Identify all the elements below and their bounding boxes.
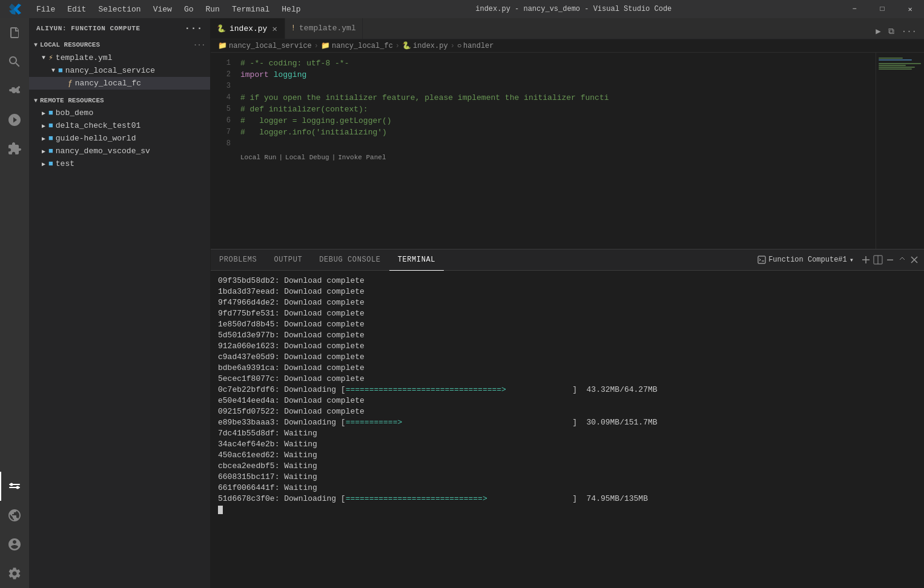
tree-item-test[interactable]: ▶ ■ test: [29, 157, 210, 170]
term-line: e89be33baaa3: Downloading [===========> …: [218, 417, 917, 428]
menu-terminal[interactable]: Terminal: [226, 2, 276, 16]
search-activity-icon[interactable]: [0, 47, 29, 76]
term-line: 1bda3d37eead: Download complete: [218, 286, 917, 297]
code-line-7: 7 # logger.info('initializing'): [211, 127, 924, 138]
menu-bar: File Edit Selection View Go Run Terminal…: [30, 2, 307, 16]
term-line: 5d501d3e977b: Download complete: [218, 330, 917, 341]
menu-help[interactable]: Help: [276, 2, 306, 16]
codelens-bar: Local Run | Local Debug | Invoke Panel: [211, 152, 924, 164]
tree-item-label: nancy_demo_vscode_sv: [56, 147, 150, 156]
local-run-link[interactable]: Local Run: [240, 152, 276, 164]
code-line-3: 3: [211, 81, 924, 92]
tab-index-py[interactable]: 🐍 index.py ✕: [211, 18, 285, 39]
window-title: index.py - nancy_vs_demo - Visual Studio…: [307, 5, 840, 13]
remote-resources-header[interactable]: ▼ REMOTE RESOURCES: [29, 94, 210, 107]
remote-resources-section: ▼ REMOTE RESOURCES ▶ ■ bob_demo ▶ ■ delt…: [29, 94, 210, 170]
code-area[interactable]: 1 # -*- coding: utf-8 -*- 2 import loggi…: [211, 53, 924, 249]
breadcrumb-file[interactable]: 🐍 index.py: [402, 41, 448, 50]
tree-item-nancy-local-fc[interactable]: ƒ nancy_local_fc </> ⚡ ▶: [29, 77, 210, 90]
remote-resources-chevron: ▼: [34, 97, 38, 104]
local-debug-link[interactable]: Local Debug: [285, 152, 329, 164]
cube-icon: ■: [48, 159, 53, 168]
func-icon: ƒ: [68, 79, 73, 88]
local-resources-chevron: ▼: [34, 42, 38, 48]
close-panel-button[interactable]: [909, 255, 919, 265]
terminal-tab[interactable]: TERMINAL: [389, 249, 444, 271]
split-editor-action[interactable]: ⧉: [886, 24, 897, 39]
local-resources-label: LOCAL RESOURCES: [40, 41, 100, 48]
tab-template-yml[interactable]: ! template.yml: [285, 18, 363, 39]
tab-close-button[interactable]: ✕: [271, 22, 278, 35]
term-cursor-line: [218, 504, 917, 515]
breadcrumb-symbol[interactable]: ○ handler: [457, 42, 494, 50]
aliyun-activity-icon[interactable]: [0, 472, 29, 501]
split-terminal-button[interactable]: [873, 255, 883, 265]
tree-chevron: ▶: [39, 148, 48, 155]
vscode-logo: [0, 2, 30, 16]
menu-selection[interactable]: Selection: [92, 2, 147, 16]
code-line-5: 5 # def initializer(context):: [211, 104, 924, 115]
window-controls: − □ ✕: [840, 0, 924, 18]
breadcrumb-function[interactable]: 📁 nancy_local_fc: [321, 41, 393, 50]
terminal-content[interactable]: 09f35bd58db2: Download complete 1bda3d37…: [211, 271, 924, 588]
term-line: cbcea2eedbf5: Waiting: [218, 461, 917, 472]
breadcrumb-service[interactable]: 📁 nancy_local_service: [218, 41, 312, 50]
run-debug-activity-icon[interactable]: [0, 105, 29, 134]
term-line: 34ac4ef64e2b: Waiting: [218, 439, 917, 450]
more-tab-actions[interactable]: ···: [899, 24, 919, 39]
python-file-icon: 🐍: [217, 24, 226, 33]
sidebar-more-button[interactable]: ···: [185, 23, 203, 34]
kill-terminal-button[interactable]: [885, 255, 895, 265]
extensions-activity-icon[interactable]: [0, 134, 29, 164]
term-line: 7dc41b55d8df: Waiting: [218, 428, 917, 439]
maximize-button[interactable]: □: [868, 0, 896, 18]
tree-item-label: test: [56, 159, 74, 168]
invoke-panel-link[interactable]: Invoke Panel: [338, 152, 386, 164]
explorer-activity-icon[interactable]: [0, 18, 29, 47]
remote-activity-icon[interactable]: [0, 501, 29, 530]
remote-resources-label: REMOTE RESOURCES: [40, 97, 104, 104]
menu-view[interactable]: View: [147, 2, 178, 16]
cube-icon: ■: [48, 134, 53, 143]
terminal-dropdown-icon: ▾: [850, 256, 854, 265]
problems-tab[interactable]: PROBLEMS: [211, 249, 265, 271]
source-control-activity-icon[interactable]: [0, 76, 29, 105]
close-button[interactable]: ✕: [896, 0, 924, 18]
menu-run[interactable]: Run: [199, 2, 225, 16]
menu-edit[interactable]: Edit: [61, 2, 92, 16]
accounts-activity-icon[interactable]: [0, 530, 29, 559]
add-terminal-button[interactable]: [861, 255, 871, 265]
local-resources-more[interactable]: ···: [193, 41, 205, 48]
run-tab-action[interactable]: ▶: [873, 24, 883, 39]
debug-console-tab[interactable]: DEBUG CONSOLE: [311, 249, 389, 271]
menu-go[interactable]: Go: [178, 2, 200, 16]
tree-item-label: delta_check_test01: [56, 121, 140, 130]
tree-chevron: ▼: [48, 67, 58, 74]
tree-item-nancy-local-service[interactable]: ▼ ■ nancy_local_service: [29, 64, 210, 77]
tree-item-guide-hello[interactable]: ▶ ■ guide-hello_world: [29, 132, 210, 145]
term-line: 0c7eb22bfdf6: Downloading [=============…: [218, 385, 917, 395]
panel-tabs: PROBLEMS OUTPUT DEBUG CONSOLE TERMINAL F…: [211, 249, 924, 271]
terminal-name[interactable]: Function Compute#1 ▾: [753, 256, 859, 265]
tab-bar-actions: ▶ ⧉ ···: [868, 24, 924, 39]
maximize-panel-button[interactable]: [897, 255, 907, 265]
tree-item-delta-check[interactable]: ▶ ■ delta_check_test01: [29, 119, 210, 132]
main-layout: ALIYUN: FUNCTION COMPUTE ··· ▼ LOCAL RES…: [0, 18, 924, 588]
tree-item-nancy-demo[interactable]: ▶ ■ nancy_demo_vscode_sv: [29, 145, 210, 157]
python-icon: 🐍: [402, 41, 411, 50]
local-resources-header[interactable]: ▼ LOCAL RESOURCES ···: [29, 39, 210, 51]
output-tab[interactable]: OUTPUT: [265, 249, 311, 271]
term-line: 09f35bd58db2: Download complete: [218, 276, 917, 286]
yaml-icon: ⚡: [48, 53, 53, 62]
cube-icon: ■: [48, 108, 53, 117]
settings-activity-icon[interactable]: [0, 559, 29, 588]
tree-item-bob-demo[interactable]: ▶ ■ bob_demo: [29, 107, 210, 119]
term-line: e50e414eed4a: Download complete: [218, 395, 917, 406]
minimize-button[interactable]: −: [840, 0, 868, 18]
code-line-8: 8: [211, 138, 924, 150]
menu-file[interactable]: File: [30, 2, 61, 16]
tree-item-template-yml[interactable]: ▼ ⚡ template.yml: [29, 51, 210, 64]
folder-icon: 📁: [321, 41, 330, 50]
sidebar-header: ALIYUN: FUNCTION COMPUTE ···: [29, 18, 210, 39]
tree-item-label: nancy_local_service: [65, 66, 155, 75]
